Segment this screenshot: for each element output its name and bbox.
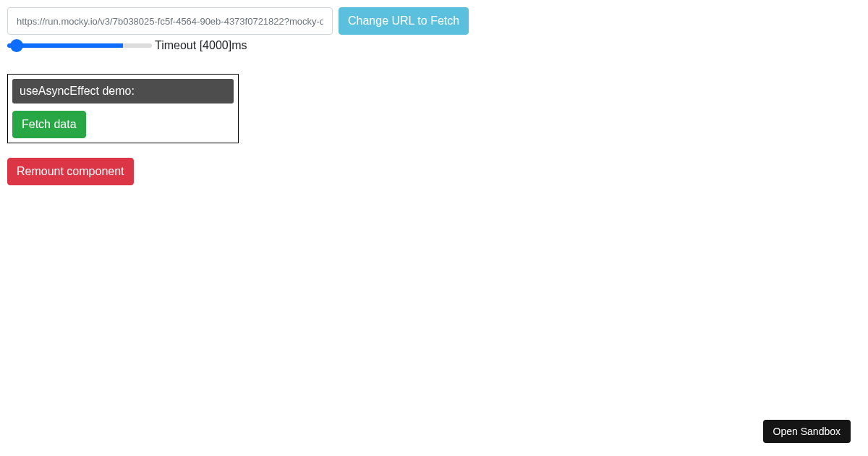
fetch-data-button[interactable]: Fetch data: [12, 111, 86, 138]
timeout-value: 4000: [203, 39, 229, 51]
timeout-label-prefix: Timeout [: [155, 39, 203, 51]
open-sandbox-button[interactable]: Open Sandbox: [763, 420, 851, 443]
timeout-label-suffix: ]ms: [229, 39, 247, 51]
timeout-slider[interactable]: [7, 43, 152, 48]
demo-header: useAsyncEffect demo:: [12, 79, 234, 104]
remount-button[interactable]: Remount component: [7, 158, 134, 185]
url-input[interactable]: [7, 7, 333, 35]
timeout-label: Timeout [4000]ms: [155, 39, 247, 52]
change-url-button[interactable]: Change URL to Fetch: [339, 7, 469, 35]
demo-card: useAsyncEffect demo: Fetch data: [7, 74, 239, 143]
